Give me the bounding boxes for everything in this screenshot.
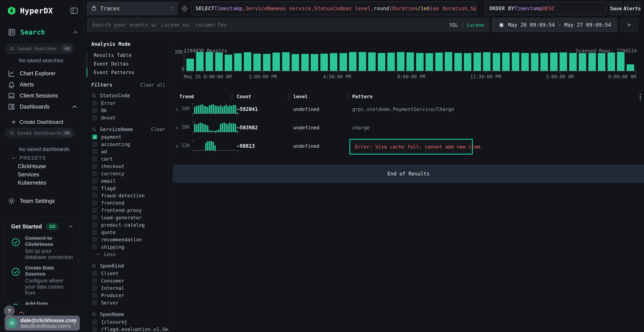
histogram-bar[interactable]	[206, 52, 213, 71]
histogram-bar[interactable]	[272, 52, 280, 71]
data-source-select[interactable]: Traces	[87, 2, 178, 15]
column-header-trend[interactable]: Trend	[180, 94, 194, 99]
column-header-level[interactable]: level	[293, 94, 308, 99]
histogram-bar[interactable]	[435, 52, 443, 71]
histogram-bar[interactable]	[569, 53, 577, 71]
sidebar-item-alerts[interactable]: Alerts	[0, 79, 84, 90]
checkbox-icon[interactable]	[92, 164, 97, 169]
histogram-bar[interactable]	[368, 52, 376, 71]
checkbox-icon[interactable]	[92, 101, 97, 106]
checkbox-icon[interactable]	[92, 278, 97, 283]
histogram-bar[interactable]	[445, 52, 452, 71]
checkbox-icon[interactable]	[92, 108, 97, 113]
histogram-bar[interactable]	[301, 54, 309, 71]
preset-item-services[interactable]: Services	[18, 171, 39, 178]
histogram-bar[interactable]	[531, 53, 538, 71]
checkbox-icon[interactable]	[92, 171, 97, 176]
filter-less-toggle[interactable]: Less	[91, 250, 169, 258]
saved-dashboards-field[interactable]	[17, 130, 62, 136]
filter-option-flagd[interactable]: flagd	[91, 184, 169, 192]
histogram-bar[interactable]	[579, 53, 586, 71]
saved-searches-field[interactable]	[17, 46, 62, 52]
sidebar-item-team-settings[interactable]: Team Settings	[8, 196, 55, 206]
source-settings-gear-icon[interactable]	[181, 5, 188, 12]
help-button[interactable]: ?	[4, 306, 15, 316]
histogram-bar[interactable]	[598, 53, 605, 71]
pattern-row[interactable]: 28K ~503982 undefined charge	[173, 119, 644, 138]
checkbox-icon[interactable]	[92, 200, 97, 205]
checkbox-icon[interactable]	[92, 208, 97, 213]
filter-option-payment[interactable]: payment	[91, 133, 169, 140]
histogram-bar[interactable]	[186, 59, 194, 71]
histogram-bar[interactable]	[406, 52, 414, 71]
get-started-item-create-data-sources[interactable]: Create Data Sources Configure where your…	[11, 265, 73, 296]
filter-option-ad[interactable]: ad	[91, 148, 169, 155]
filter-option-checkout[interactable]: checkout	[91, 162, 169, 170]
histogram-bar[interactable]	[359, 52, 366, 71]
histogram-bar[interactable]	[464, 53, 471, 71]
chevron-up-icon[interactable]	[72, 29, 78, 35]
save-button[interactable]: Save	[609, 2, 622, 15]
histogram-bar[interactable]	[474, 52, 481, 71]
table-menu-kebab-icon[interactable]	[639, 94, 641, 100]
filter-option-internal[interactable]: Internal	[91, 284, 169, 292]
chevron-up-icon[interactable]	[68, 224, 73, 229]
create-dashboard-button[interactable]: Create Dashboard	[11, 117, 63, 127]
checkbox-icon[interactable]	[92, 244, 97, 249]
histogram-bar[interactable]	[378, 53, 385, 71]
highlighted-error-pattern[interactable]: Error: Visa cache full: cannot add new i…	[349, 139, 473, 154]
histogram-bar[interactable]	[387, 52, 395, 71]
column-header-count[interactable]: Count	[237, 94, 251, 99]
histogram-bar[interactable]	[215, 52, 223, 71]
language-sql-option[interactable]: SQL	[449, 22, 458, 28]
saved-searches-input[interactable]: ⌘K	[5, 44, 74, 54]
checkbox-icon[interactable]	[92, 300, 97, 305]
checkbox-icon[interactable]	[92, 286, 97, 290]
checkbox-icon[interactable]	[92, 186, 97, 191]
histogram-bar[interactable]	[550, 52, 558, 71]
histogram-bar[interactable]	[349, 52, 356, 71]
filter-option-accounting[interactable]: accounting	[91, 140, 169, 148]
histogram-bar[interactable]	[234, 53, 242, 71]
filter-option-product-catalog[interactable]: product-catalog	[91, 221, 169, 228]
sidebar-item-chart-explorer[interactable]: Chart Explorer	[0, 68, 84, 79]
analysis-mode-results-table[interactable]: Results Table	[94, 51, 132, 60]
histogram-bar[interactable]	[493, 53, 500, 71]
checkbox-icon[interactable]	[92, 215, 97, 220]
histogram-bar[interactable]	[454, 53, 462, 71]
filter-option-frontend-proxy[interactable]: frontend-proxy	[91, 206, 169, 214]
histogram-bar[interactable]	[521, 53, 529, 71]
user-menu[interactable]: D dale@clickhouse.com dale@clickhouse.co…	[5, 316, 80, 330]
checkbox-icon[interactable]	[92, 271, 97, 276]
filter-option-frontend[interactable]: frontend	[91, 199, 169, 206]
pattern-row[interactable]: 28K ~592041 undefined grpc.oteldemo.Paym…	[173, 100, 644, 119]
sidebar-section-search[interactable]: Search	[8, 27, 78, 37]
checkbox-icon[interactable]	[92, 320, 97, 324]
checkbox-icon[interactable]	[92, 237, 97, 242]
histogram-bar[interactable]	[196, 52, 204, 71]
filter-option-client[interactable]: Client	[91, 270, 169, 277]
filter-option-quote[interactable]: quote	[91, 228, 169, 236]
checkbox-icon[interactable]	[92, 116, 97, 120]
filter-option-unset[interactable]: Unset	[91, 114, 169, 122]
filter-option-fraud-detection[interactable]: fraud-detection	[91, 192, 169, 199]
sidebar-item-dashboards[interactable]: Dashboards	[0, 101, 84, 112]
get-started-item-add-data[interactable]: Add Data Start sending logs, metrics, or…	[11, 300, 73, 305]
column-resize-handle[interactable]	[347, 94, 348, 100]
histogram-bar[interactable]	[253, 54, 261, 71]
histogram-bar[interactable]	[225, 54, 232, 71]
checkbox-icon[interactable]	[92, 178, 97, 183]
column-resize-handle[interactable]	[231, 94, 232, 100]
sidebar-collapse-icon[interactable]	[70, 6, 78, 15]
preset-item-clickhouse[interactable]: ClickHouse	[18, 163, 46, 170]
histogram-bar[interactable]	[340, 53, 347, 71]
histogram-bar[interactable]	[292, 54, 299, 71]
filter-option-closure[interactable]: {closure}	[91, 318, 169, 326]
filter-option-ok[interactable]: Ok	[91, 107, 169, 114]
histogram-bar[interactable]	[588, 53, 596, 71]
presets-toggle[interactable]: PRESETS	[11, 155, 46, 161]
histogram-bar[interactable]	[426, 53, 433, 71]
histogram-bar[interactable]	[311, 54, 318, 71]
histogram-bar[interactable]	[627, 64, 634, 71]
histogram-bar[interactable]	[320, 54, 328, 71]
